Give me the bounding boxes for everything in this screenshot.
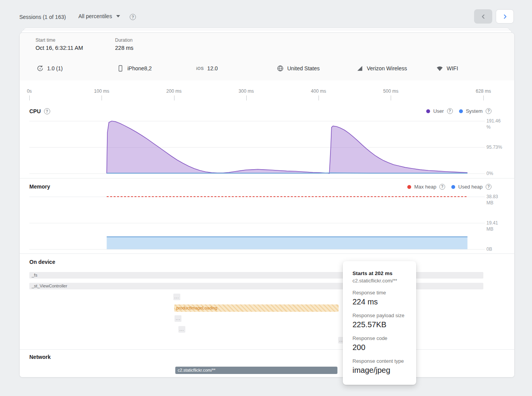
timeline-tick-label: 100 ms xyxy=(86,88,117,94)
next-session-button[interactable] xyxy=(496,9,514,24)
tooltip-fields: Response time224 msResponse payload size… xyxy=(352,290,408,375)
network-request-bar[interactable]: c2.staticflickr.com/** xyxy=(175,367,337,374)
tooltip-field: Response code200 xyxy=(352,335,408,352)
on-device-section: On device _fs_st_ViewController...produc… xyxy=(20,253,514,350)
tooltip-title: Starts at 202 ms xyxy=(352,270,408,276)
app-version-icon: v xyxy=(37,65,44,72)
timeline-tick-mark xyxy=(174,95,175,100)
tooltip-field-label: Response code xyxy=(352,335,408,341)
cpu-help-icon[interactable]: ? xyxy=(44,108,50,114)
field-value: Oct 16, 6:32:11 AM xyxy=(36,45,83,51)
sessions-count-label: Sessions (1 of 163) xyxy=(19,14,66,20)
memory-section: Memory Max heap?Used heap? 38.83 MB19.41… xyxy=(20,178,514,254)
phone-icon xyxy=(117,65,124,72)
y-axis-label: 0% xyxy=(486,170,505,177)
system-line xyxy=(107,173,467,173)
collapsed-trace-chip[interactable]: ... xyxy=(178,326,185,333)
svg-text:v: v xyxy=(39,67,41,70)
legend-help-icon[interactable]: ? xyxy=(486,184,491,190)
legend-dot-icon xyxy=(407,185,411,189)
legend-label: User xyxy=(433,108,444,114)
timeline-tick-label: 628 ms xyxy=(468,88,499,94)
globe-icon xyxy=(277,65,284,72)
device-attribute: iOS12.0 xyxy=(196,56,218,80)
timeline-tick-mark xyxy=(391,95,391,100)
memory-section-title: Memory xyxy=(29,184,50,190)
legend-dot-icon xyxy=(459,109,463,113)
chevron-left-icon xyxy=(480,13,487,20)
legend-label: Max heap xyxy=(414,184,436,190)
collapsed-trace-chip[interactable]: ... xyxy=(175,315,181,322)
timeline-tick-mark xyxy=(483,95,484,100)
performance-session-page: Sessions (1 of 163) All percentiles ? St… xyxy=(0,0,532,396)
tooltip-field-value: 224 ms xyxy=(352,297,408,306)
start-time-field: Start time Oct 16, 6:32:11 AM xyxy=(36,37,83,51)
device-info-row: v1.0 (1)iPhone8,2iOS12.0United StatesVer… xyxy=(20,56,514,81)
timeline-tick-label: 300 ms xyxy=(231,88,262,94)
duration-field: Duration 228 ms xyxy=(115,37,134,51)
tooltip-field: Response content typeimage/jpeg xyxy=(352,358,408,375)
network-request-tooltip: Starts at 202 ms c2.staticflickr.com/** … xyxy=(343,261,416,385)
tooltip-field-label: Response payload size xyxy=(352,313,408,318)
field-label: Duration xyxy=(115,37,134,43)
y-axis-label: 19.41 MB xyxy=(486,220,505,232)
device-attribute-text: iPhone8,2 xyxy=(127,65,152,71)
tooltip-field-value: 200 xyxy=(352,343,408,352)
section-title-text: Memory xyxy=(29,184,50,190)
tooltip-field-value: image/jpeg xyxy=(352,366,408,375)
chevron-right-icon xyxy=(502,13,508,20)
tooltip-field: Response payload size225.57KB xyxy=(352,313,408,329)
percentiles-help-icon[interactable]: ? xyxy=(130,14,136,20)
cpu-chart[interactable] xyxy=(29,117,485,174)
legend-help-icon[interactable]: ? xyxy=(439,184,445,190)
legend-label: Used heap xyxy=(458,184,483,190)
tooltip-field: Response time224 ms xyxy=(352,290,408,306)
timeline-tick-mark xyxy=(102,95,102,100)
network-rows: c2.staticflickr.com/** xyxy=(20,350,514,377)
field-value: 228 ms xyxy=(115,45,134,51)
tooltip-field-label: Response content type xyxy=(352,358,408,364)
device-attribute-text: 12.0 xyxy=(207,65,218,71)
tooltip-field-value: 225.57KB xyxy=(352,320,408,329)
session-detail-card: Start time Oct 16, 6:32:11 AM Duration 2… xyxy=(19,32,515,377)
memory-chart[interactable] xyxy=(29,195,485,250)
network-section: Network c2.staticflickr.com/** xyxy=(20,349,514,377)
device-attribute: iPhone8,2 xyxy=(117,56,152,80)
legend-item[interactable]: Used heap? xyxy=(451,184,491,190)
device-attribute-text: WIFI xyxy=(447,65,458,71)
tooltip-url: c2.staticflickr.com/** xyxy=(352,278,408,284)
timeline-tick-mark xyxy=(29,95,30,100)
legend-item[interactable]: System? xyxy=(459,108,491,114)
collapsed-trace-chip[interactable]: ... xyxy=(173,294,180,300)
timeline-tick-label: 200 ms xyxy=(159,88,190,94)
memory-legend: Max heap?Used heap? xyxy=(407,184,491,190)
legend-dot-icon xyxy=(451,185,455,189)
device-attribute: Verizon Wireless xyxy=(356,56,407,80)
previous-session-button[interactable] xyxy=(474,9,492,24)
legend-item[interactable]: User? xyxy=(426,108,452,114)
section-title-text: CPU xyxy=(29,108,41,114)
timeline-tick-label: 0s xyxy=(19,88,45,94)
timeline-tick-mark xyxy=(319,95,319,100)
legend-item[interactable]: Max heap? xyxy=(407,184,445,190)
timeline-tick-mark xyxy=(246,95,247,100)
session-info-row: Start time Oct 16, 6:32:11 AM Duration 2… xyxy=(20,33,514,57)
chevron-down-icon xyxy=(116,15,120,17)
timeline-axis: 0s100 ms200 ms300 ms400 ms500 ms628 ms xyxy=(20,80,514,101)
user-area xyxy=(107,121,467,173)
timeline-tick-label: 500 ms xyxy=(375,88,406,94)
y-axis-label: 0B xyxy=(486,246,505,252)
percentiles-dropdown[interactable]: All percentiles xyxy=(78,13,120,19)
wifi-icon xyxy=(436,65,443,72)
y-axis-label: 38.83 MB xyxy=(486,194,505,206)
field-label: Start time xyxy=(36,37,83,43)
legend-help-icon[interactable]: ? xyxy=(447,108,453,114)
device-attribute: United States xyxy=(277,56,320,80)
device-attribute: WIFI xyxy=(436,56,458,80)
os-icon: iOS xyxy=(196,66,204,71)
device-attribute-text: 1.0 (1) xyxy=(47,65,63,71)
tooltip-field-label: Response time xyxy=(352,290,408,296)
cpu-section: CPU ? User?System? 191.46 %95.73%0% xyxy=(20,100,514,178)
legend-help-icon[interactable]: ? xyxy=(486,108,491,114)
trace-bar[interactable]: productImageLoading xyxy=(174,304,339,312)
